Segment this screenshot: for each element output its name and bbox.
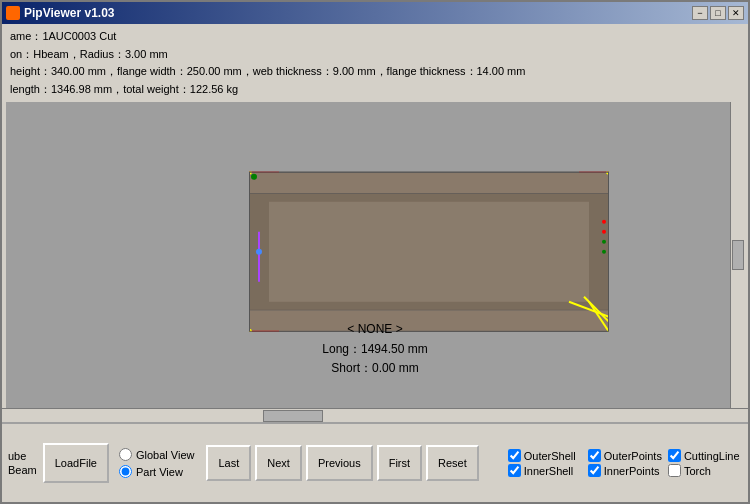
short-info: Short：0.00 mm <box>322 359 427 378</box>
svg-point-19 <box>602 220 606 224</box>
nav-buttons: Last Next Previous First Reset <box>206 445 478 481</box>
next-button[interactable]: Next <box>255 445 302 481</box>
inner-points-checkbox-label[interactable]: InnerPoints <box>588 464 662 477</box>
content-area: ame：1AUC0003 Cut on：Hbeam，Radius：3.00 mm… <box>2 24 748 502</box>
inner-shell-checkbox-label[interactable]: InnerShell <box>508 464 582 477</box>
h-scrollbar-thumb[interactable] <box>263 410 323 422</box>
info-line-1: ame：1AUC0003 Cut <box>10 28 740 46</box>
torch-checkbox[interactable] <box>668 464 681 477</box>
svg-point-22 <box>602 250 606 254</box>
close-button[interactable]: ✕ <box>728 6 744 20</box>
info-line-3: height：340.00 mm，flange width：250.00 mm，… <box>10 63 740 81</box>
part-view-radio[interactable] <box>119 465 132 478</box>
global-view-radio[interactable] <box>119 448 132 461</box>
beam-visual <box>249 172 609 332</box>
outer-shell-label: OuterShell <box>524 450 576 462</box>
svg-rect-4 <box>269 202 589 302</box>
info-length-value: 1346.98 mm，total weight：122.56 kg <box>51 83 238 95</box>
cutting-line-checkbox-label[interactable]: CuttingLine <box>668 449 742 462</box>
main-window: PipViewer v1.03 − □ ✕ ame：1AUC0003 Cut o… <box>0 0 750 504</box>
long-label: Long： <box>322 342 361 356</box>
none-label: < NONE > <box>322 320 427 339</box>
last-button[interactable]: Last <box>206 445 251 481</box>
info-height-value: 340.00 mm，flange width：250.00 mm，web thi… <box>51 65 525 77</box>
outer-points-checkbox[interactable] <box>588 449 601 462</box>
app-icon <box>6 6 20 20</box>
svg-point-18 <box>256 249 262 255</box>
svg-rect-1 <box>249 172 609 194</box>
long-value: 1494.50 mm <box>361 342 428 356</box>
short-label: Short： <box>331 361 372 375</box>
info-height-label: height： <box>10 65 51 77</box>
minimize-button[interactable]: − <box>692 6 708 20</box>
info-line-2: on：Hbeam，Radius：3.00 mm <box>10 46 740 64</box>
checkboxes-panel: OuterShell OuterPoints CuttingLine Inner… <box>508 449 742 477</box>
viewport-info: < NONE > Long：1494.50 mm Short：0.00 mm <box>322 320 427 378</box>
label-tube: ube <box>8 450 37 462</box>
cutting-line-label: CuttingLine <box>684 450 740 462</box>
info-on-label: on： <box>10 48 33 60</box>
title-bar-controls: − □ ✕ <box>692 6 744 20</box>
global-view-radio-label[interactable]: Global View <box>119 448 195 461</box>
reset-button[interactable]: Reset <box>426 445 479 481</box>
load-file-button[interactable]: LoadFile <box>43 443 109 483</box>
outer-shell-checkbox[interactable] <box>508 449 521 462</box>
beam-svg <box>249 172 609 332</box>
inner-shell-label: InnerShell <box>524 465 574 477</box>
inner-points-label: InnerPoints <box>604 465 660 477</box>
title-bar: PipViewer v1.03 − □ ✕ <box>2 2 748 24</box>
svg-point-21 <box>602 240 606 244</box>
short-value: 0.00 mm <box>372 361 419 375</box>
info-panel: ame：1AUC0003 Cut on：Hbeam，Radius：3.00 mm… <box>2 24 748 102</box>
left-labels: ube Beam <box>8 450 37 476</box>
v-scrollbar[interactable] <box>730 102 744 408</box>
part-view-label: Part View <box>136 466 183 478</box>
outer-points-checkbox-label[interactable]: OuterPoints <box>588 449 662 462</box>
info-length-label: length： <box>10 83 51 95</box>
view-mode-radio-group: Global View Part View <box>119 448 195 478</box>
svg-point-23 <box>251 174 257 180</box>
part-view-radio-label[interactable]: Part View <box>119 465 195 478</box>
cutting-line-checkbox[interactable] <box>668 449 681 462</box>
maximize-button[interactable]: □ <box>710 6 726 20</box>
svg-point-20 <box>602 230 606 234</box>
torch-checkbox-label[interactable]: Torch <box>668 464 742 477</box>
inner-points-checkbox[interactable] <box>588 464 601 477</box>
svg-rect-2 <box>249 310 609 332</box>
long-info: Long：1494.50 mm <box>322 340 427 359</box>
info-name-value: 1AUC0003 Cut <box>42 30 116 42</box>
first-button[interactable]: First <box>377 445 422 481</box>
viewport: < NONE > Long：1494.50 mm Short：0.00 mm <box>6 102 744 408</box>
info-line-4: length：1346.98 mm，total weight：122.56 kg <box>10 81 740 99</box>
bottom-panel: ube Beam LoadFile Global View Part View … <box>2 422 748 502</box>
v-scrollbar-thumb[interactable] <box>732 240 744 270</box>
window-title: PipViewer v1.03 <box>24 6 115 20</box>
previous-button[interactable]: Previous <box>306 445 373 481</box>
info-on-value: Hbeam，Radius：3.00 mm <box>33 48 168 60</box>
global-view-label: Global View <box>136 449 195 461</box>
label-beam: Beam <box>8 464 37 476</box>
torch-label: Torch <box>684 465 711 477</box>
h-scrollbar[interactable] <box>2 408 748 422</box>
info-name-label: ame： <box>10 30 42 42</box>
outer-points-label: OuterPoints <box>604 450 662 462</box>
outer-shell-checkbox-label[interactable]: OuterShell <box>508 449 582 462</box>
inner-shell-checkbox[interactable] <box>508 464 521 477</box>
title-bar-text: PipViewer v1.03 <box>6 6 115 20</box>
